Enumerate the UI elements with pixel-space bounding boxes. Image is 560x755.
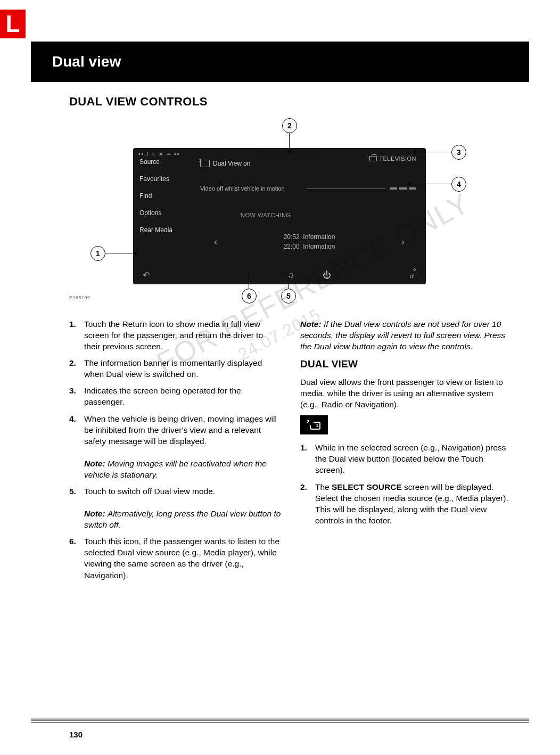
r1-text: Information [303, 233, 335, 241]
dual-view-button-icon [300, 415, 328, 434]
text: Touch the Return icon to show media in f… [84, 318, 281, 352]
item-5: 5. Touch to switch off Dual view mode. N… [69, 486, 281, 530]
touchscreen-mock: ••ıl ⌂ ✕ ⤻ •• Source Favourites Find Opt… [133, 148, 426, 284]
step-1: 1. While in the selected screen (e.g., N… [300, 442, 512, 475]
sidebar-item-rear-media[interactable]: Rear Media [139, 221, 193, 239]
num: 5. [69, 486, 84, 530]
num: 6. [69, 536, 84, 580]
sidebar-item-source[interactable]: Source [139, 153, 193, 170]
page: L Dual view DUAL VIEW CONTROLS ••ıl ⌂ ✕ … [0, 0, 560, 755]
text: Touch this icon, if the passenger wants … [84, 536, 281, 580]
item-4: 4. When the vehicle is being driven, mov… [69, 413, 281, 480]
pre: The [315, 482, 332, 491]
right-column: Note: If the Dual view controls are not … [300, 318, 512, 586]
step-2: 2. The SELECT SOURCE screen will be disp… [300, 481, 512, 526]
leader-2 [289, 133, 290, 153]
chapter-header: Dual view [31, 42, 529, 82]
text: The SELECT SOURCE screen will be display… [315, 481, 512, 526]
num: 3. [69, 385, 84, 407]
text: The information banner is momentarily di… [84, 357, 281, 380]
leader-6 [249, 274, 249, 289]
video-off-text: Video off whilst vehicle in motion [200, 185, 285, 192]
text: When the vehicle is being driven, moving… [84, 413, 281, 480]
figure-id: E163199 [69, 295, 90, 300]
power-icon[interactable] [323, 270, 331, 280]
dual-view-glyph [306, 419, 322, 431]
callout-4: 4 [451, 177, 466, 192]
tv-icon [369, 156, 377, 161]
chevron-left-icon[interactable]: ‹ [214, 236, 217, 248]
note-text: Alternatively, long press the Dual view … [84, 509, 281, 529]
dual-view-icon [200, 160, 210, 167]
dual-view-banner: Dual View on [200, 160, 251, 167]
text-columns: 1. Touch the Return icon to show media i… [69, 318, 512, 586]
sidebar: Source Favourites Find Options Rear Medi… [133, 148, 193, 284]
item-6: 6. Touch this icon, if the passenger wan… [69, 536, 281, 580]
body-text: Touch to switch off Dual view mode. [84, 487, 215, 496]
num: 1. [300, 442, 315, 475]
num: 2. [300, 481, 315, 526]
chapter-title: Dual view [52, 53, 121, 70]
settings-icon[interactable] [410, 270, 417, 280]
item-1: 1. Touch the Return icon to show media i… [69, 318, 281, 352]
volume-bars-icon [390, 187, 416, 190]
figure: ••ıl ⌂ ✕ ⤻ •• Source Favourites Find Opt… [69, 118, 512, 313]
main-area: Dual View on TELEVISION Video off whilst… [193, 148, 426, 284]
num: 2. [69, 357, 84, 380]
now-watching-label: NOW WATCHING [241, 212, 291, 218]
bold: SELECT SOURCE [332, 482, 402, 491]
controls-list: 1. Touch the Return icon to show media i… [69, 318, 281, 581]
leader-3 [413, 152, 451, 152]
callout-5: 5 [281, 289, 296, 303]
video-off-row: Video off whilst vehicle in motion [200, 185, 416, 192]
section-tab: L [0, 10, 26, 38]
text: While in the selected screen (e.g., Navi… [315, 442, 512, 475]
r2-time: 22:00 [284, 243, 300, 250]
procedure-list: 1. While in the selected screen (e.g., N… [300, 442, 512, 526]
right-intro: Dual view allows the front passenger to … [300, 376, 512, 410]
callout-1: 1 [90, 246, 105, 261]
r2-text: Information [303, 243, 335, 250]
footer-icons [193, 270, 426, 280]
sidebar-item-options[interactable]: Options [139, 204, 193, 221]
sidebar-item-favourites[interactable]: Favourites [139, 170, 193, 187]
num: 4. [69, 413, 84, 480]
source-indicator: TELEVISION [369, 155, 416, 162]
leader-4 [408, 184, 451, 184]
leader-2b [258, 153, 320, 153]
section-heading: DUAL VIEW CONTROLS [69, 95, 512, 109]
callout-6: 6 [242, 289, 257, 303]
programme-rows: 20:52 Information 22:00 Information [284, 232, 335, 251]
source-indicator-text: TELEVISION [379, 155, 416, 162]
left-column: 1. Touch the Return icon to show media i… [69, 318, 281, 586]
body-text: When the vehicle is being driven, moving… [84, 414, 277, 446]
note-text: If the Dual view controls are not used f… [300, 319, 505, 351]
sidebar-item-find[interactable]: Find [139, 187, 193, 204]
page-number: 130 [69, 730, 83, 739]
text: Indicates the screen being operated for … [84, 385, 281, 407]
return-icon[interactable] [143, 270, 150, 280]
divider-line [306, 188, 385, 189]
item-3: 3. Indicates the screen being operated f… [69, 385, 281, 407]
right-top-note: Note: If the Dual view controls are not … [300, 318, 512, 352]
note-label: Note: [300, 319, 322, 329]
text: Touch to switch off Dual view mode. Note… [84, 486, 281, 530]
content-area: DUAL VIEW CONTROLS ••ıl ⌂ ✕ ⤻ •• Source … [69, 95, 512, 586]
r1-time: 20:52 [284, 233, 300, 241]
page-footer-rule [31, 718, 529, 723]
item-2: 2. The information banner is momentarily… [69, 357, 281, 380]
leader-1 [105, 253, 137, 253]
num: 1. [69, 318, 84, 352]
dual-view-banner-text: Dual View on [213, 160, 251, 167]
chevron-right-icon[interactable]: › [401, 236, 405, 248]
programme-listing: ‹ 20:52 Information 22:00 Information › [214, 232, 405, 251]
dual-view-heading: DUAL VIEW [300, 357, 512, 371]
leader-5 [288, 274, 289, 289]
note-label: Note: [84, 459, 105, 468]
note-label: Note: [84, 509, 105, 518]
note-text: Moving images will be reactivated when t… [84, 459, 267, 479]
callout-2: 2 [282, 118, 297, 133]
callout-3: 3 [451, 145, 466, 160]
